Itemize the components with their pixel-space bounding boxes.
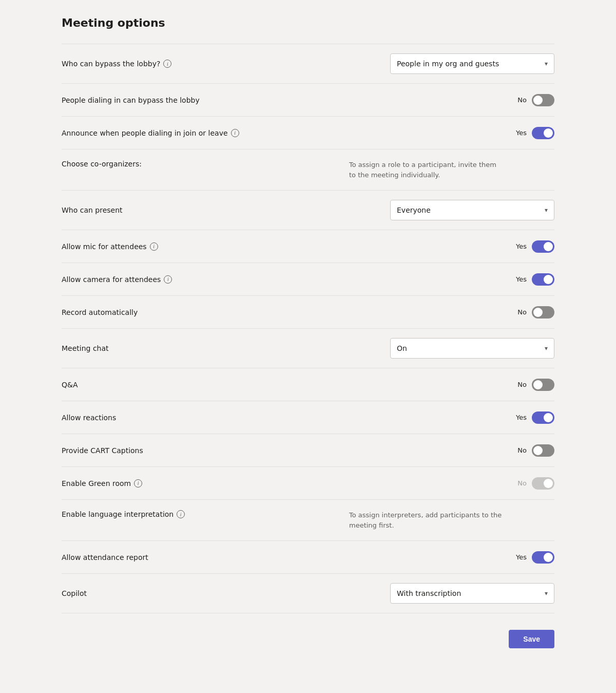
dropdown-value-lobby-bypass: People in my org and guests	[397, 60, 499, 68]
setting-label-text-qa: Q&A	[62, 381, 78, 389]
setting-row-meeting-chat: Meeting chatOn▾	[62, 329, 554, 368]
setting-row-copilot: CopilotWith transcription▾	[62, 574, 554, 613]
setting-label-allow-camera: Allow camera for attendeesi	[62, 275, 329, 284]
dropdown-value-copilot: With transcription	[397, 589, 461, 597]
toggle-label-allow-camera: Yes	[516, 275, 527, 283]
setting-label-attendance-report: Allow attendance report	[62, 553, 329, 561]
setting-label-text-allow-camera: Allow camera for attendees	[62, 275, 161, 284]
setting-label-green-room: Enable Green roomi	[62, 479, 329, 488]
setting-label-text-allow-reactions: Allow reactions	[62, 414, 116, 422]
toggle-label-announce-dialing: Yes	[516, 129, 527, 137]
toggle-allow-reactions[interactable]	[532, 411, 554, 424]
setting-row-allow-reactions: Allow reactionsYes	[62, 401, 554, 434]
toggle-green-room	[532, 477, 554, 490]
dropdown-value-meeting-chat: On	[397, 344, 407, 352]
setting-label-text-lobby-bypass: Who can bypass the lobby?	[62, 60, 160, 68]
setting-label-text-copilot: Copilot	[62, 589, 87, 597]
setting-row-green-room: Enable Green roomiNo	[62, 467, 554, 500]
setting-label-text-green-room: Enable Green room	[62, 479, 131, 488]
setting-row-announce-dialing: Announce when people dialing in join or …	[62, 117, 554, 149]
toggle-label-record-auto: No	[517, 308, 527, 316]
setting-row-qa: Q&ANo	[62, 368, 554, 401]
setting-row-lang-interpretation: Enable language interpretationiTo assign…	[62, 500, 554, 541]
toggle-label-qa: No	[517, 381, 527, 388]
toggle-record-auto[interactable]	[532, 306, 554, 319]
info-icon-lobby-bypass[interactable]: i	[163, 60, 171, 68]
toggle-label-allow-reactions: Yes	[516, 414, 527, 421]
setting-label-allow-reactions: Allow reactions	[62, 414, 329, 422]
setting-label-text-announce-dialing: Announce when people dialing in join or …	[62, 129, 228, 137]
toggle-qa[interactable]	[532, 379, 554, 391]
toggle-knob-allow-camera	[544, 275, 553, 284]
setting-label-text-meeting-chat: Meeting chat	[62, 344, 109, 352]
toggle-attendance-report[interactable]	[532, 551, 554, 564]
setting-row-co-organizers: Choose co-organizers:To assign a role to…	[62, 149, 554, 191]
setting-label-lobby-bypass: Who can bypass the lobby?i	[62, 60, 329, 68]
toggle-label-attendance-report: Yes	[516, 553, 527, 561]
settings-list: Who can bypass the lobby?iPeople in my o…	[62, 44, 554, 613]
setting-label-text-allow-mic: Allow mic for attendees	[62, 242, 147, 251]
info-text-lang-interpretation: To assign interpreters, add participants…	[339, 510, 503, 530]
toggle-announce-dialing[interactable]	[532, 127, 554, 139]
chevron-down-icon-copilot: ▾	[545, 590, 548, 597]
setting-label-text-cart-captions: Provide CART Captions	[62, 446, 143, 455]
save-button[interactable]: Save	[509, 630, 554, 648]
toggle-knob-dialing-bypass	[533, 96, 543, 105]
setting-label-lang-interpretation: Enable language interpretationi	[62, 510, 329, 518]
setting-label-qa: Q&A	[62, 381, 329, 389]
dropdown-value-who-can-present: Everyone	[397, 206, 431, 214]
setting-row-attendance-report: Allow attendance reportYes	[62, 541, 554, 574]
info-icon-announce-dialing[interactable]: i	[231, 129, 239, 137]
setting-label-text-lang-interpretation: Enable language interpretation	[62, 510, 174, 518]
setting-label-text-who-can-present: Who can present	[62, 206, 123, 214]
setting-label-meeting-chat: Meeting chat	[62, 344, 329, 352]
setting-row-cart-captions: Provide CART CaptionsNo	[62, 434, 554, 467]
setting-label-copilot: Copilot	[62, 589, 329, 597]
toggle-knob-cart-captions	[533, 446, 543, 455]
toggle-allow-camera[interactable]	[532, 273, 554, 286]
dropdown-copilot[interactable]: With transcription▾	[390, 583, 554, 604]
dropdown-who-can-present[interactable]: Everyone▾	[390, 200, 554, 220]
setting-label-dialing-bypass: People dialing in can bypass the lobby	[62, 96, 329, 104]
toggle-knob-announce-dialing	[544, 128, 553, 138]
setting-label-co-organizers: Choose co-organizers:	[62, 160, 329, 168]
setting-row-dialing-bypass: People dialing in can bypass the lobbyNo	[62, 84, 554, 117]
setting-label-text-record-auto: Record automatically	[62, 308, 138, 316]
toggle-knob-allow-mic	[544, 242, 553, 251]
chevron-down-icon-who-can-present: ▾	[545, 207, 548, 214]
toggle-knob-allow-reactions	[544, 413, 553, 422]
meeting-options-container: Meeting options Who can bypass the lobby…	[41, 0, 575, 693]
chevron-down-icon-meeting-chat: ▾	[545, 345, 548, 352]
toggle-knob-qa	[533, 380, 543, 389]
toggle-label-dialing-bypass: No	[517, 96, 527, 104]
setting-label-who-can-present: Who can present	[62, 206, 329, 214]
dropdown-lobby-bypass[interactable]: People in my org and guests▾	[390, 53, 554, 74]
setting-row-lobby-bypass: Who can bypass the lobby?iPeople in my o…	[62, 44, 554, 84]
toggle-knob-green-room	[544, 479, 553, 488]
toggle-label-cart-captions: No	[517, 446, 527, 454]
toggle-dialing-bypass[interactable]	[532, 94, 554, 106]
dropdown-meeting-chat[interactable]: On▾	[390, 338, 554, 359]
toggle-label-allow-mic: Yes	[516, 242, 527, 250]
setting-label-cart-captions: Provide CART Captions	[62, 446, 329, 455]
setting-label-text-co-organizers: Choose co-organizers:	[62, 160, 142, 168]
chevron-down-icon-lobby-bypass: ▾	[545, 60, 548, 67]
setting-label-allow-mic: Allow mic for attendeesi	[62, 242, 329, 251]
setting-label-record-auto: Record automatically	[62, 308, 329, 316]
setting-label-text-attendance-report: Allow attendance report	[62, 553, 148, 561]
page-title: Meeting options	[62, 16, 554, 29]
toggle-knob-attendance-report	[544, 553, 553, 562]
setting-row-allow-camera: Allow camera for attendeesiYes	[62, 263, 554, 296]
info-icon-lang-interpretation[interactable]: i	[177, 510, 185, 518]
info-icon-allow-camera[interactable]: i	[164, 275, 172, 284]
setting-label-announce-dialing: Announce when people dialing in join or …	[62, 129, 329, 137]
toggle-knob-record-auto	[533, 308, 543, 317]
toggle-allow-mic[interactable]	[532, 240, 554, 253]
setting-row-record-auto: Record automaticallyNo	[62, 296, 554, 329]
setting-label-text-dialing-bypass: People dialing in can bypass the lobby	[62, 96, 200, 104]
save-row: Save	[62, 613, 554, 648]
info-text-co-organizers: To assign a role to a participant, invit…	[339, 160, 503, 180]
info-icon-green-room[interactable]: i	[134, 479, 142, 488]
info-icon-allow-mic[interactable]: i	[150, 242, 158, 251]
toggle-cart-captions[interactable]	[532, 444, 554, 457]
